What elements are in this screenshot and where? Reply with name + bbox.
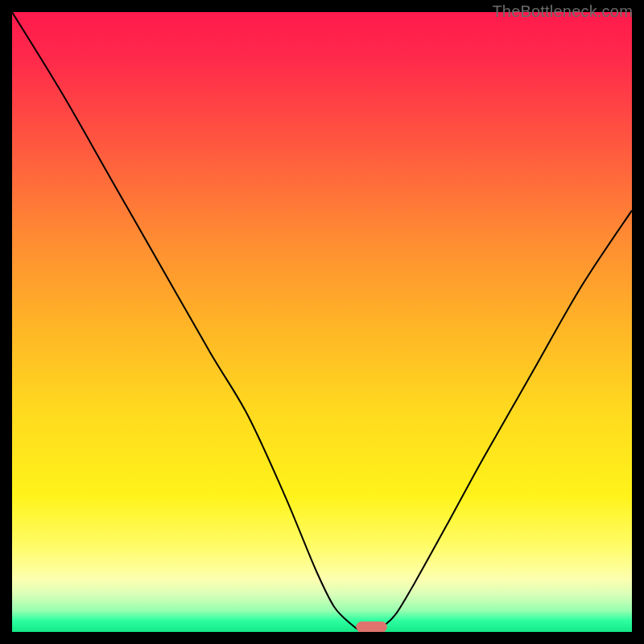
attribution-watermark: TheBottleneck.com bbox=[492, 2, 633, 21]
chart-frame bbox=[12, 12, 632, 632]
bottleneck-plot bbox=[12, 12, 632, 632]
optimal-range-marker bbox=[356, 621, 387, 632]
bottleneck-curve bbox=[12, 12, 632, 632]
